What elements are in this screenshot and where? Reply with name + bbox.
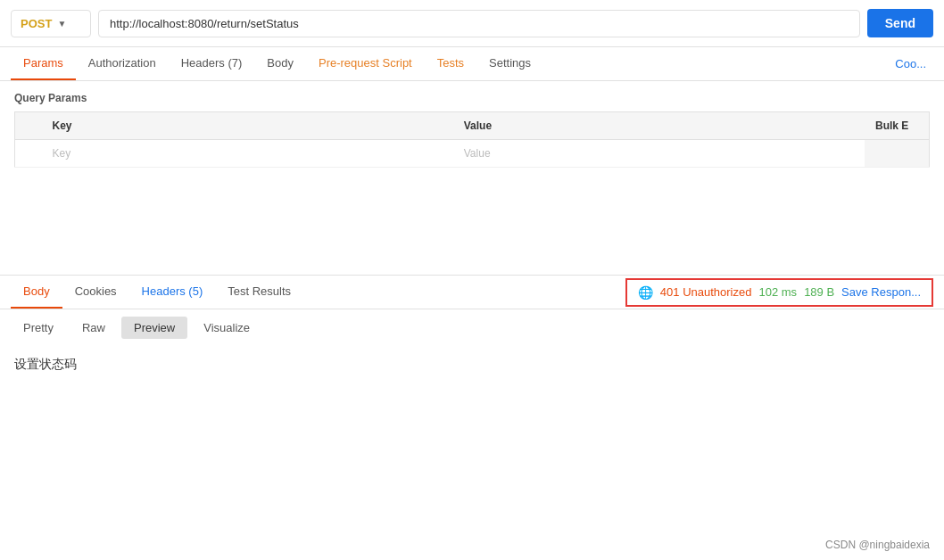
status-401-text: 401 Unauthorized [660,285,752,299]
response-tabs-row: Body Cookies Headers (5) Test Results 🌐 … [0,276,944,309]
attribution: CSDN @ningbaidexia [825,539,930,551]
globe-icon: 🌐 [638,285,653,300]
status-overlay-box: 🌐 401 Unauthorized 102 ms 189 B Save Res… [625,278,933,307]
method-dropdown[interactable]: POST ▼ [11,10,91,37]
fmt-tab-visualize[interactable]: Visualize [191,317,262,339]
bulk-cell [865,140,930,168]
value-input-cell[interactable]: Value [453,140,865,168]
tab-tests[interactable]: Tests [425,47,476,80]
tab-authorization[interactable]: Authorization [76,47,169,80]
value-col-header: Value [453,112,865,140]
chevron-down-icon: ▼ [57,19,66,29]
format-tabs: Pretty Raw Preview Visualize [0,309,944,346]
response-size: 189 B [804,285,834,299]
url-bar: POST ▼ Send [0,0,944,47]
resp-tab-headers[interactable]: Headers (5) [129,276,216,309]
request-tabs-row: Params Authorization Headers (7) Body Pr… [0,47,944,81]
divider [0,168,944,185]
tab-params[interactable]: Params [11,47,76,80]
fmt-tab-raw[interactable]: Raw [70,317,118,339]
params-table: Key Value Bulk E Key Value [14,111,930,168]
method-label: POST [21,17,52,30]
row-checkbox [15,140,42,168]
save-response-button[interactable]: Save Respon... [841,285,921,299]
tab-headers[interactable]: Headers (7) [169,47,255,80]
response-section: Body Cookies Headers (5) Test Results 🌐 … [0,275,944,383]
query-params-title: Query Params [14,92,930,104]
bulk-col-header: Bulk E [865,112,930,140]
checkbox-col-header [15,112,42,140]
fmt-tab-pretty[interactable]: Pretty [11,317,66,339]
spacer [0,185,944,275]
key-input-cell[interactable]: Key [42,140,453,168]
response-text: 设置状态码 [14,357,77,371]
tab-body[interactable]: Body [254,47,306,80]
key-col-header: Key [42,112,453,140]
send-button[interactable]: Send [867,9,933,37]
response-time: 102 ms [758,285,797,299]
resp-tab-test-results[interactable]: Test Results [215,276,303,309]
fmt-tab-preview[interactable]: Preview [121,317,187,339]
main-container: POST ▼ Send Params Authorization Headers… [0,0,944,560]
resp-tab-cookies[interactable]: Cookies [62,276,129,309]
tab-settings[interactable]: Settings [476,47,543,80]
url-input[interactable] [98,10,860,37]
table-row: Key Value [15,140,930,168]
tab-pre-request[interactable]: Pre-request Script [306,47,425,80]
response-body: 设置状态码 [0,346,944,383]
query-params-section: Query Params Key Value Bulk E Key Value [0,81,944,168]
resp-tab-body[interactable]: Body [11,276,62,309]
tab-more[interactable]: Coo... [888,48,933,79]
